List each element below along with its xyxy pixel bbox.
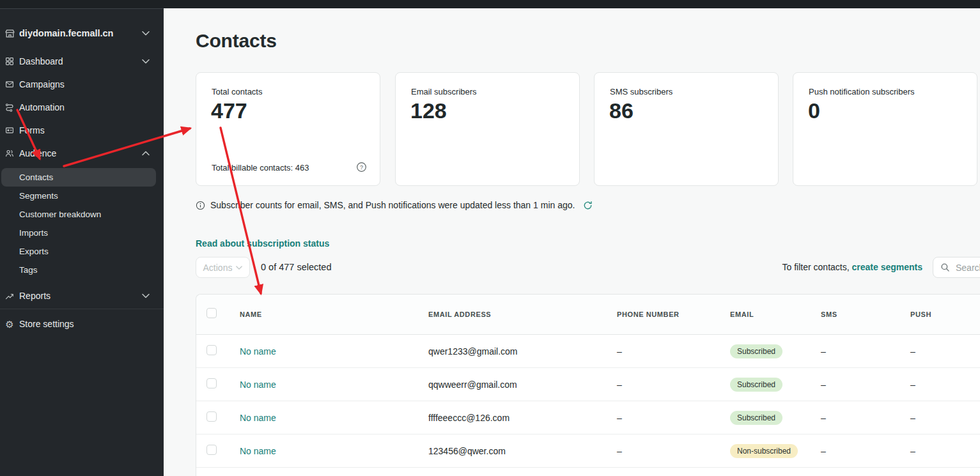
actions-button[interactable]: Actions — [196, 257, 250, 278]
sms-status: – — [811, 446, 900, 456]
stat-card-sms-subscribers: SMS subscribers 86 — [594, 72, 779, 186]
chevron-up-icon — [142, 151, 150, 156]
reports-icon — [4, 291, 15, 301]
info-banner: Subscriber counts for email, SMS, and Pu… — [196, 200, 593, 210]
column-header-email-address: EMAIL ADDRESS — [418, 311, 607, 318]
chevron-down-icon — [142, 59, 150, 64]
sidebar-item-label: Dashboard — [19, 56, 63, 66]
search-box[interactable] — [933, 257, 980, 278]
main-content: Contacts Total contacts 477 Total billab… — [164, 8, 980, 476]
contact-name-cell: No name — [229, 413, 418, 423]
table-row: No name123456@qwer.com–Non-subscribed–– — [196, 434, 980, 468]
store-switcher[interactable]: diydomain.fecmall.cn — [0, 24, 164, 42]
row-checkbox-cell — [196, 411, 229, 424]
sidebar-item-automation[interactable]: Automation — [0, 98, 164, 116]
column-header-sms: SMS — [811, 311, 900, 318]
contact-phone: – — [607, 346, 720, 357]
store-icon — [4, 28, 15, 38]
contact-email-address: ffffeeeccc@126.com — [418, 413, 607, 423]
row-checkbox[interactable] — [206, 411, 217, 422]
row-checkbox[interactable] — [206, 345, 217, 355]
filter-hint-text: To filter contacts, — [782, 262, 850, 272]
audience-icon — [4, 148, 15, 158]
campaigns-icon — [4, 79, 15, 89]
contact-email-address: qwer1233@gmail.com — [418, 346, 607, 357]
email-status-cell: Non-subscribed — [720, 444, 811, 458]
sidebar-item-segments[interactable]: Segments — [0, 187, 164, 205]
stat-label: Push notification subscribers — [809, 87, 914, 96]
contact-phone: – — [607, 380, 720, 390]
sidebar-item-exports[interactable]: Exports — [0, 242, 164, 261]
sidebar-item-label: Campaigns — [19, 79, 65, 89]
info-banner-text: Subscriber counts for email, SMS, and Pu… — [210, 200, 575, 210]
column-header-name: NAME — [229, 311, 418, 318]
chevron-down-icon — [142, 294, 150, 298]
contact-name-link[interactable]: No name — [240, 446, 276, 456]
table-row: No nameqwer1233@gmail.com–Subscribed–– — [196, 335, 980, 368]
contact-name-cell: No name — [229, 380, 418, 390]
sidebar-item-label: Automation — [19, 102, 65, 112]
table-row: No nameqqwweerr@gmail.com–Subscribed–– — [196, 368, 980, 401]
push-status: – — [900, 380, 980, 390]
contact-name-cell: No name — [229, 346, 418, 357]
create-segments-link[interactable]: create segments — [852, 262, 922, 272]
sidebar-divider — [0, 309, 164, 309]
automation-icon — [4, 102, 15, 112]
sidebar-item-tags[interactable]: Tags — [0, 261, 164, 279]
email-status-badge: Subscribed — [730, 378, 782, 392]
sidebar-item-store-settings[interactable]: ⚙ Store settings — [0, 315, 164, 333]
chevron-down-icon — [142, 31, 150, 36]
info-icon — [196, 201, 205, 210]
row-checkbox-cell — [196, 345, 229, 358]
stat-footnote: Total billable contacts: 463 — [212, 163, 309, 173]
row-checkbox[interactable] — [206, 378, 217, 388]
contact-name-link[interactable]: No name — [240, 380, 276, 390]
email-status-badge: Subscribed — [730, 411, 782, 425]
store-name: diydomain.fecmall.cn — [19, 28, 113, 38]
contact-phone: – — [607, 446, 720, 456]
stat-value: 128 — [410, 98, 447, 123]
search-input[interactable] — [954, 262, 980, 273]
push-status: – — [900, 446, 980, 456]
sidebar-item-reports[interactable]: Reports — [0, 287, 164, 305]
row-checkbox[interactable] — [206, 445, 217, 455]
table-body: No nameqwer1233@gmail.com–Subscribed––No… — [196, 335, 980, 476]
contact-name-cell: No name — [229, 446, 418, 456]
stat-card-push-subscribers: Push notification subscribers 0 — [793, 72, 977, 186]
contact-name-link[interactable]: No name — [240, 346, 276, 357]
email-status-cell: Subscribed — [720, 411, 811, 425]
table-header: NAME EMAIL ADDRESS PHONE NUMBER EMAIL SM… — [196, 295, 980, 335]
help-icon[interactable]: ? — [356, 162, 367, 173]
sidebar-item-label: Audience — [19, 148, 56, 158]
stat-value: 477 — [211, 98, 247, 123]
contact-phone: – — [607, 413, 720, 423]
sidebar-item-audience[interactable]: Audience — [0, 144, 164, 162]
table-row: Non-subscribed — [196, 468, 980, 476]
filter-hint: To filter contacts, create segments — [782, 262, 922, 272]
sidebar-item-campaigns[interactable]: Campaigns — [0, 75, 164, 93]
refresh-icon[interactable] — [583, 201, 593, 210]
stat-label: Total contacts — [212, 87, 263, 96]
sms-status: – — [811, 346, 900, 357]
read-subscription-status-link[interactable]: Read about subscription status — [196, 238, 329, 249]
sidebar-item-dashboard[interactable]: Dashboard — [0, 52, 164, 70]
email-status-badge: Non-subscribed — [730, 444, 798, 458]
row-checkbox-cell — [196, 378, 229, 391]
sidebar-item-contacts[interactable]: Contacts — [1, 168, 156, 187]
push-status: – — [900, 346, 980, 357]
contact-name-link[interactable]: No name — [240, 413, 276, 423]
sidebar-item-forms[interactable]: Forms — [0, 121, 164, 139]
page-title: Contacts — [196, 30, 277, 52]
contacts-table: NAME EMAIL ADDRESS PHONE NUMBER EMAIL SM… — [196, 294, 980, 476]
forms-icon — [4, 125, 15, 135]
sidebar-item-imports[interactable]: Imports — [0, 224, 164, 242]
sidebar-item-label: Forms — [19, 125, 45, 135]
app-window: diydomain.fecmall.cn Dashboard — [0, 0, 980, 476]
sidebar-item-customer-breakdown[interactable]: Customer breakdown — [0, 205, 164, 224]
stat-value: 0 — [808, 98, 820, 123]
contact-email-address: 123456@qwer.com — [418, 446, 607, 456]
audience-subnav: Contacts Segments Customer breakdown Imp… — [0, 168, 164, 279]
search-icon — [940, 263, 950, 272]
select-all-checkbox[interactable] — [206, 308, 217, 318]
email-status-cell: Subscribed — [720, 378, 811, 392]
